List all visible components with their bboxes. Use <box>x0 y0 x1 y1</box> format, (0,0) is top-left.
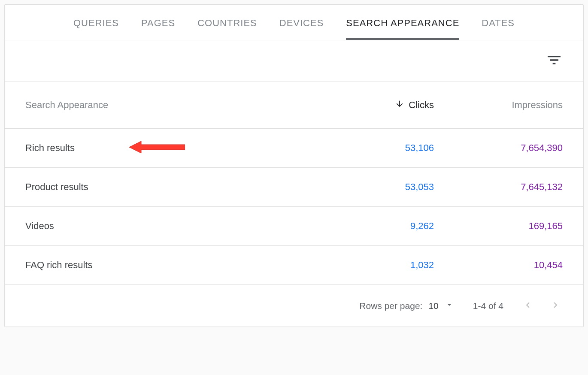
tab-pages[interactable]: PAGES <box>141 5 175 40</box>
tab-devices[interactable]: DEVICES <box>279 5 324 40</box>
row-clicks: 53,106 <box>314 142 434 154</box>
rows-per-page: Rows per page: 10 <box>359 300 454 311</box>
row-name: Videos <box>25 221 314 232</box>
pagination-bar: Rows per page: 10 1-4 of 4 <box>5 285 583 327</box>
tab-countries[interactable]: COUNTRIES <box>197 5 257 40</box>
table-row[interactable]: Product results 53,053 7,645,132 <box>5 168 583 207</box>
rows-per-page-label: Rows per page: <box>359 301 422 311</box>
row-impressions: 10,454 <box>434 260 563 271</box>
row-impressions: 169,165 <box>434 221 563 232</box>
row-clicks: 1,032 <box>314 260 434 271</box>
row-name: FAQ rich results <box>25 260 314 271</box>
column-header-name[interactable]: Search Appearance <box>25 100 314 111</box>
search-appearance-card: QUERIES PAGES COUNTRIES DEVICES SEARCH A… <box>4 4 584 327</box>
chevron-left-icon <box>522 305 533 312</box>
column-header-impressions[interactable]: Impressions <box>434 100 563 111</box>
row-name: Rich results <box>25 142 314 154</box>
tab-dates[interactable]: DATES <box>482 5 515 40</box>
table-row[interactable]: Rich results 53,106 7,654,390 <box>5 129 583 168</box>
table-row[interactable]: FAQ rich results 1,032 10,454 <box>5 246 583 285</box>
column-header-clicks-label: Clicks <box>409 100 434 111</box>
arrow-drop-down-icon[interactable] <box>445 300 454 311</box>
row-clicks: 9,262 <box>314 221 434 232</box>
tabs-bar: QUERIES PAGES COUNTRIES DEVICES SEARCH A… <box>5 5 583 40</box>
row-clicks: 53,053 <box>314 181 434 193</box>
page-range: 1-4 of 4 <box>473 301 503 311</box>
row-name: Product results <box>25 181 314 193</box>
tab-search-appearance[interactable]: SEARCH APPEARANCE <box>346 5 459 40</box>
table-row[interactable]: Videos 9,262 169,165 <box>5 207 583 246</box>
filter-bar <box>5 40 583 82</box>
rows-per-page-value[interactable]: 10 <box>428 301 438 311</box>
pager <box>521 298 563 314</box>
prev-page-button[interactable] <box>521 298 535 314</box>
row-impressions: 7,645,132 <box>434 181 563 193</box>
tab-queries[interactable]: QUERIES <box>73 5 119 40</box>
chevron-right-icon <box>550 305 561 312</box>
table-header-row: Search Appearance Clicks Impressions <box>5 82 583 129</box>
row-impressions: 7,654,390 <box>434 142 563 154</box>
next-page-button[interactable] <box>548 298 563 314</box>
arrow-downward-icon <box>395 99 404 111</box>
column-header-clicks[interactable]: Clicks <box>314 99 434 111</box>
filter-icon[interactable] <box>546 51 563 70</box>
